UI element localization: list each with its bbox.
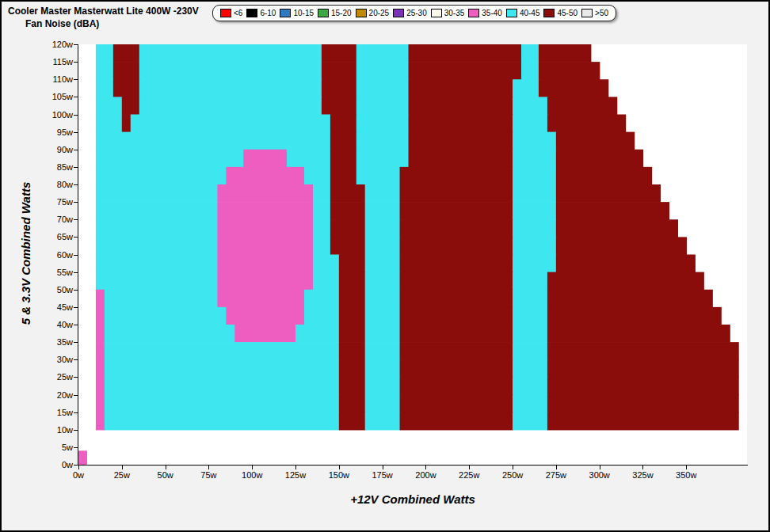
y-tick-mark — [74, 44, 78, 45]
x-axis-line — [78, 465, 748, 466]
y-tick-label: 55w — [41, 268, 73, 277]
x-tick-label: 300w — [589, 470, 610, 480]
y-tick-label: 30w — [41, 355, 73, 364]
y-tick-mark — [74, 237, 78, 238]
x-tick-label: 200w — [415, 470, 436, 480]
y-tick-mark — [74, 307, 78, 308]
y-tick-label: 110w — [41, 74, 73, 84]
y-tick-label: 5w — [41, 443, 73, 452]
y-tick-label: 60w — [41, 250, 73, 260]
y-tick-label: 95w — [41, 127, 73, 137]
x-tick-mark — [686, 466, 687, 469]
fan-noise-heatmap-page: Cooler Master Masterwatt Lite 400W -230V… — [0, 0, 770, 532]
x-tick-label: 350w — [676, 470, 696, 480]
x-tick-label: 50w — [158, 470, 173, 480]
x-tick-mark — [383, 466, 383, 469]
y-tick-label: 70w — [41, 215, 73, 224]
y-tick-label: 85w — [41, 162, 73, 172]
y-tick-mark — [74, 359, 78, 360]
y-tick-mark — [74, 219, 78, 220]
y-tick-label: 115w — [41, 57, 73, 66]
x-tick-label: 325w — [632, 470, 653, 480]
y-tick-mark — [74, 115, 78, 116]
y-tick-mark — [74, 62, 78, 63]
y-tick-mark — [74, 342, 78, 343]
y-tick-label: 20w — [41, 390, 73, 400]
y-tick-mark — [74, 430, 78, 431]
y-tick-mark — [74, 290, 78, 291]
y-tick-mark — [74, 167, 78, 168]
y-tick-mark — [74, 255, 78, 256]
y-tick-label: 120w — [41, 40, 73, 49]
x-tick-mark — [600, 466, 600, 469]
y-tick-mark — [74, 377, 78, 378]
x-tick-mark — [122, 466, 123, 469]
x-tick-label: 25w — [114, 470, 130, 480]
y-tick-label: 65w — [41, 232, 73, 241]
heatmap-canvas — [78, 44, 747, 465]
y-tick-label: 0w — [41, 460, 73, 469]
y-tick-mark — [74, 202, 78, 203]
x-tick-label: 250w — [502, 470, 523, 480]
x-tick-label: 150w — [329, 470, 349, 480]
y-tick-label: 80w — [41, 180, 73, 189]
plot-area: 5 & 3.3V Combined Watts +12V Combined Wa… — [2, 2, 770, 532]
y-tick-mark — [74, 150, 78, 150]
y-tick-label: 50w — [41, 285, 73, 294]
x-tick-label: 275w — [546, 470, 566, 480]
x-tick-label: 75w — [200, 470, 216, 480]
y-tick-mark — [74, 447, 78, 448]
y-tick-label: 105w — [41, 92, 73, 101]
y-tick-label: 25w — [41, 372, 73, 382]
y-tick-label: 40w — [41, 320, 73, 329]
y-tick-mark — [74, 184, 78, 185]
x-tick-mark — [642, 466, 643, 469]
y-tick-mark — [74, 97, 78, 97]
y-tick-label: 15w — [41, 408, 73, 417]
x-tick-label: 175w — [372, 470, 392, 480]
y-tick-mark — [74, 132, 78, 133]
x-axis-title: +12V Combined Watts — [350, 492, 475, 506]
y-tick-label: 90w — [41, 145, 73, 154]
x-tick-mark — [469, 466, 470, 469]
x-tick-mark — [166, 466, 166, 469]
y-tick-label: 45w — [41, 302, 73, 312]
x-tick-mark — [513, 466, 513, 469]
x-tick-mark — [295, 466, 296, 469]
y-tick-mark — [74, 412, 78, 413]
x-tick-mark — [208, 466, 209, 469]
x-tick-mark — [425, 466, 426, 469]
x-tick-mark — [252, 466, 253, 469]
x-tick-mark — [339, 466, 340, 469]
y-tick-label: 10w — [41, 425, 73, 435]
x-tick-label: 125w — [285, 470, 306, 480]
y-tick-mark — [74, 325, 78, 325]
x-tick-label: 0w — [73, 470, 84, 480]
y-tick-mark — [74, 465, 78, 466]
y-tick-mark — [74, 79, 78, 80]
y-axis-line — [78, 44, 78, 466]
y-tick-label: 35w — [41, 337, 73, 347]
x-tick-label: 225w — [459, 470, 479, 480]
x-tick-label: 100w — [242, 470, 262, 480]
x-tick-mark — [78, 466, 79, 469]
y-tick-label: 75w — [41, 197, 73, 207]
x-tick-mark — [556, 466, 557, 469]
y-axis-title: 5 & 3.3V Combined Watts — [19, 182, 32, 325]
y-tick-mark — [74, 272, 78, 273]
y-tick-label: 100w — [41, 110, 73, 120]
y-tick-mark — [74, 395, 78, 396]
